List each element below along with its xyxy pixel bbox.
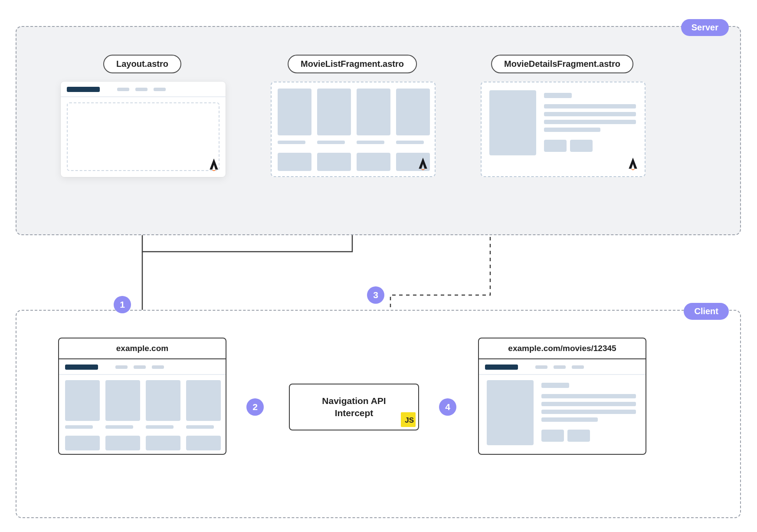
- wireframe-nav-bar: [65, 365, 98, 370]
- moviedetails-card: [481, 82, 646, 177]
- step-2-badge: 2: [246, 398, 264, 416]
- client-region-label: Client: [684, 303, 729, 320]
- wireframe-button: [570, 140, 593, 152]
- wireframe-caption: [105, 425, 133, 429]
- wireframe-thumb: [105, 380, 140, 421]
- wireframe-poster: [487, 380, 534, 445]
- wireframe-thumb: [105, 436, 140, 450]
- wireframe-title-line: [541, 383, 569, 388]
- wireframe-nav-item: [554, 365, 566, 369]
- wireframe-title-line: [544, 93, 572, 98]
- client-home-card: example.com: [58, 338, 226, 455]
- astro-icon: [207, 158, 220, 173]
- navigation-api-line1: Navigation API: [322, 395, 386, 407]
- step-3-badge: 3: [367, 286, 384, 304]
- wireframe-nav-item: [535, 365, 547, 369]
- navigation-api-box: Navigation API Intercept JS: [289, 384, 419, 430]
- layout-astro-label: Layout.astro: [103, 55, 181, 73]
- wireframe-nav-item: [154, 88, 166, 91]
- wireframe-nav-bar: [485, 365, 518, 370]
- wireframe-caption: [317, 141, 345, 144]
- wireframe-caption: [186, 425, 214, 429]
- wireframe-thumb: [357, 89, 390, 135]
- step-1-badge: 1: [114, 296, 131, 313]
- layout-card: [61, 82, 226, 177]
- js-icon: JS: [401, 412, 416, 427]
- wireframe-divider: [479, 374, 646, 375]
- navigation-api-line2: Intercept: [335, 407, 374, 419]
- wireframe-nav-bar: [67, 87, 100, 92]
- step-4-badge: 4: [439, 398, 456, 416]
- wireframe-text-line: [544, 112, 636, 116]
- wireframe-nav-item: [572, 365, 584, 369]
- wireframe-text-line: [541, 417, 598, 422]
- wireframe-nav-item: [135, 88, 147, 91]
- client-details-card: example.com/movies/12345: [478, 338, 646, 455]
- wireframe-caption: [357, 141, 384, 144]
- wireframe-button: [541, 430, 564, 442]
- astro-icon: [416, 157, 429, 172]
- wireframe-thumb: [317, 153, 351, 171]
- wireframe-caption: [396, 141, 424, 144]
- wireframe-poster: [489, 90, 536, 155]
- wireframe-thumb: [278, 89, 311, 135]
- wireframe-thumb: [65, 380, 100, 421]
- wireframe-text-line: [541, 394, 636, 398]
- wireframe-button: [567, 430, 590, 442]
- movielist-card: [271, 82, 436, 177]
- wireframe-button: [544, 140, 567, 152]
- wireframe-thumb: [146, 436, 180, 450]
- wireframe-nav-item: [134, 365, 146, 369]
- wireframe-text-line: [541, 410, 636, 414]
- wireframe-thumb: [186, 380, 221, 421]
- wireframe-nav-item: [152, 365, 164, 369]
- wireframe-caption: [146, 425, 174, 429]
- wireframe-text-line: [544, 104, 636, 108]
- wireframe-text-line: [544, 128, 600, 132]
- wireframe-thumb: [357, 153, 390, 171]
- wireframe-thumb: [65, 436, 100, 450]
- wireframe-thumb: [317, 89, 351, 135]
- wireframe-caption: [278, 141, 305, 144]
- wireframe-divider: [59, 374, 226, 375]
- wireframe-thumb: [186, 436, 221, 450]
- wireframe-divider: [61, 96, 226, 97]
- wireframe-caption: [65, 425, 93, 429]
- wireframe-thumb: [146, 380, 180, 421]
- movielist-astro-label: MovieListFragment.astro: [288, 55, 417, 73]
- client-details-url: example.com/movies/12345: [479, 338, 646, 359]
- moviedetails-astro-label: MovieDetailsFragment.astro: [491, 55, 633, 73]
- wireframe-text-line: [541, 402, 636, 406]
- astro-icon: [626, 157, 639, 172]
- wireframe-thumb: [396, 89, 430, 135]
- wireframe-thumb: [278, 153, 311, 171]
- wireframe-nav-item: [115, 365, 128, 369]
- wireframe-nav-item: [117, 88, 129, 91]
- client-home-url: example.com: [59, 338, 226, 359]
- wireframe-slot: [67, 102, 220, 171]
- server-region-label: Server: [681, 19, 729, 36]
- wireframe-text-line: [544, 120, 636, 124]
